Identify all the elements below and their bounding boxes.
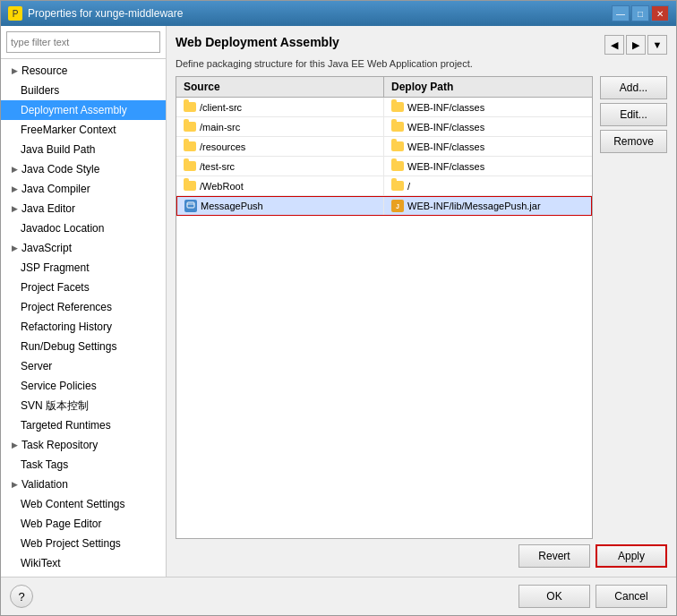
folder-icon [391, 122, 404, 132]
dialog-icon: P [8, 6, 22, 21]
source-cell: /resources [176, 137, 384, 156]
sidebar-item-java-build-path[interactable]: Java Build Path [1, 140, 166, 159]
sidebar-item-project-references[interactable]: Project References [1, 297, 166, 317]
sidebar-item-server[interactable]: Server [1, 356, 166, 376]
jar-icon: J [391, 200, 404, 212]
sidebar-item-refactoring[interactable]: Refactoring History [1, 317, 166, 337]
sidebar-item-service-policies[interactable]: Service Policies [1, 376, 166, 396]
panel-toolbar: ◀ ▶ ▼ [604, 35, 667, 55]
sidebar-item-web-content[interactable]: Web Content Settings [1, 494, 166, 514]
forward-button[interactable]: ▶ [626, 35, 646, 55]
expand-arrow: ▶ [12, 181, 18, 197]
sidebar-item-task-repository[interactable]: ▶ Task Repository [1, 435, 166, 455]
folder-icon [184, 102, 196, 112]
sidebar-item-web-page-editor[interactable]: Web Page Editor [1, 514, 166, 534]
sidebar-item-java-editor[interactable]: ▶ Java Editor [1, 199, 166, 218]
revert-apply-row: Revert Apply [176, 544, 667, 568]
source-cell: /WebRoot [176, 176, 384, 195]
folder-icon [391, 181, 404, 191]
table-row[interactable]: /main-src WEB-INF/classes [176, 117, 592, 137]
folder-icon [391, 102, 404, 112]
table-row[interactable]: /resources WEB-INF/classes [176, 137, 592, 157]
folder-icon [391, 161, 404, 171]
edit-button[interactable]: Edit... [600, 103, 667, 126]
apply-button[interactable]: Apply [596, 544, 667, 568]
folder-icon [391, 141, 404, 151]
sidebar-item-validation[interactable]: ▶ Validation [1, 475, 166, 494]
sidebar-item-resource[interactable]: ▶ Resource [1, 61, 166, 81]
table-row-selected[interactable]: MessagePush J WEB-INF/lib/MessagePush.ja… [176, 196, 592, 216]
dropdown-button[interactable]: ▼ [647, 35, 667, 55]
deploy-cell: WEB-INF/classes [384, 137, 592, 156]
filter-box [1, 26, 166, 59]
sidebar-item-task-tags[interactable]: Task Tags [1, 455, 166, 475]
source-cell: /test-src [176, 157, 384, 175]
col-deploy: Deploy Path [384, 77, 592, 97]
sidebar-item-javascript[interactable]: ▶ JavaScript [1, 238, 166, 258]
dialog-title: Properties for xunge-middleware [28, 7, 183, 20]
deploy-cell: / [384, 176, 592, 195]
expand-arrow: ▶ [12, 437, 18, 453]
panel-title: Web Deployment Assembly [176, 35, 339, 49]
ok-cancel-buttons: OK Cancel [518, 585, 667, 608]
sidebar-item-wikitext[interactable]: WikiText [1, 553, 166, 573]
remove-button[interactable]: Remove [600, 130, 667, 153]
sidebar-item-java-compiler[interactable]: ▶ Java Compiler [1, 179, 166, 199]
deploy-cell: WEB-INF/classes [384, 98, 592, 116]
nav-tree: ▶ Resource Builders Deployment Assembly … [1, 59, 166, 577]
sidebar-item-javadoc[interactable]: Javadoc Location [1, 218, 166, 238]
source-cell: /main-src [176, 117, 384, 136]
expand-arrow: ▶ [12, 476, 18, 492]
deploy-cell: J WEB-INF/lib/MessagePush.jar [384, 197, 591, 215]
table-row[interactable]: /WebRoot / [176, 176, 592, 196]
sidebar-item-java-code-style[interactable]: ▶ Java Code Style [1, 159, 166, 179]
sidebar-item-web-project-settings[interactable]: Web Project Settings [1, 534, 166, 553]
deploy-cell: WEB-INF/classes [384, 157, 592, 175]
filter-input[interactable] [6, 31, 160, 53]
bottom-bar: ? OK Cancel [1, 577, 676, 615]
deployment-table: Source Deploy Path /client-src WEB-INF/c… [176, 76, 593, 539]
expand-arrow: ▶ [12, 240, 18, 256]
add-button[interactable]: Add... [600, 76, 667, 99]
minimize-button[interactable]: — [612, 5, 630, 21]
ok-button[interactable]: OK [518, 585, 590, 608]
expand-arrow: ▶ [12, 63, 18, 79]
properties-dialog: P Properties for xunge-middleware — □ ✕ … [0, 0, 677, 616]
maximize-button[interactable]: □ [631, 5, 649, 21]
sidebar-item-builders[interactable]: Builders [1, 81, 166, 100]
action-buttons: Add... Edit... Remove [600, 76, 667, 539]
content-area: ▶ Resource Builders Deployment Assembly … [1, 26, 676, 577]
col-source: Source [176, 77, 384, 97]
sidebar: ▶ Resource Builders Deployment Assembly … [1, 26, 167, 577]
title-bar: P Properties for xunge-middleware — □ ✕ [1, 1, 676, 26]
folder-icon [184, 161, 196, 171]
deploy-cell: WEB-INF/classes [384, 117, 592, 136]
back-button[interactable]: ◀ [604, 35, 624, 55]
table-header: Source Deploy Path [176, 77, 592, 98]
message-push-icon [184, 200, 197, 212]
sidebar-item-deployment-assembly[interactable]: Deployment Assembly [1, 100, 166, 120]
sidebar-item-jsp-fragment[interactable]: JSP Fragment [1, 258, 166, 278]
sidebar-item-freemarker[interactable]: FreeMarker Context [1, 120, 166, 140]
folder-icon [184, 181, 196, 191]
help-button[interactable]: ? [10, 585, 33, 608]
cancel-button[interactable]: Cancel [596, 585, 667, 608]
svg-rect-0 [187, 202, 194, 208]
table-area: Source Deploy Path /client-src WEB-INF/c… [176, 76, 667, 539]
table-row[interactable]: /test-src WEB-INF/classes [176, 157, 592, 176]
sidebar-item-run-debug[interactable]: Run/Debug Settings [1, 337, 166, 356]
main-panel: Web Deployment Assembly ◀ ▶ ▼ Define pac… [167, 26, 676, 577]
sidebar-item-project-facets[interactable]: Project Facets [1, 278, 166, 297]
source-cell: /client-src [176, 98, 384, 116]
window-controls: — □ ✕ [612, 5, 669, 21]
revert-button[interactable]: Revert [518, 544, 590, 568]
close-button[interactable]: ✕ [651, 5, 669, 21]
sidebar-item-svn[interactable]: SVN 版本控制 [1, 396, 166, 415]
sidebar-item-targeted-runtimes[interactable]: Targeted Runtimes [1, 415, 166, 435]
table-row[interactable]: /client-src WEB-INF/classes [176, 98, 592, 117]
source-cell: MessagePush [177, 197, 384, 215]
table-body: /client-src WEB-INF/classes /main-src [176, 98, 592, 538]
folder-icon [184, 122, 196, 132]
panel-description: Define packaging structure for this Java… [176, 58, 667, 69]
expand-arrow: ▶ [12, 201, 18, 217]
